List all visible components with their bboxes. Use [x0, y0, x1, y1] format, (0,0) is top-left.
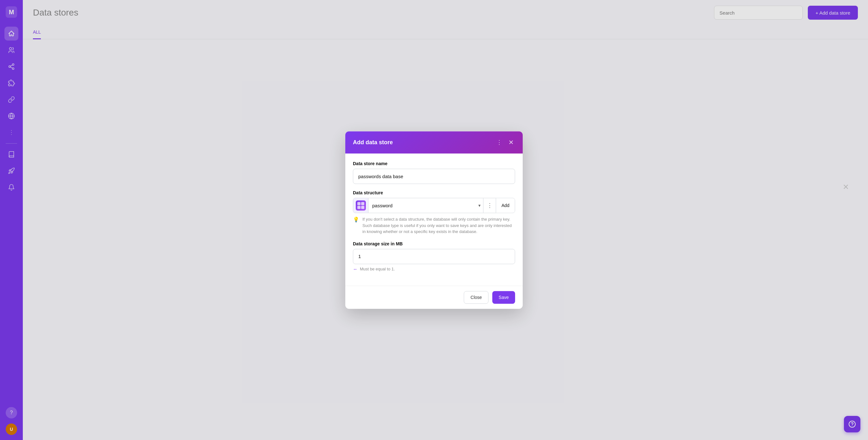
- close-button[interactable]: Close: [464, 291, 489, 304]
- modal-title: Add data store: [353, 139, 393, 146]
- modal-header-actions: ⋮ ✕: [495, 138, 515, 147]
- modal-more-icon[interactable]: ⋮: [495, 138, 503, 147]
- data-structure-row: password ▾ ⋮ Add: [353, 198, 515, 213]
- structure-icon: [353, 198, 368, 213]
- validation-text: Must be equal to 1.: [360, 267, 395, 271]
- storage-size-input[interactable]: [353, 249, 515, 264]
- modal-footer: Close Save: [345, 286, 523, 309]
- storage-size-label: Data storage size in MB: [353, 241, 515, 246]
- data-structure-label: Data structure: [353, 190, 515, 195]
- hint-text: If you don't select a data structure, th…: [363, 216, 515, 235]
- icon-cell-2: [361, 202, 364, 205]
- modal-close-icon[interactable]: ✕: [507, 138, 515, 147]
- icon-cell-4: [361, 206, 364, 209]
- store-name-input[interactable]: [353, 169, 515, 184]
- structure-add-button[interactable]: Add: [496, 198, 515, 213]
- hint-box: 💡 If you don't select a data structure, …: [353, 216, 515, 235]
- validation-arrow-icon: ↔: [353, 267, 357, 272]
- modal-header: Add data store ⋮ ✕: [345, 131, 523, 153]
- structure-icon-inner: [356, 200, 366, 210]
- structure-select[interactable]: password: [368, 198, 476, 213]
- hint-icon: 💡: [353, 216, 359, 223]
- add-data-store-modal: Add data store ⋮ ✕ Data store name Data …: [345, 131, 523, 309]
- data-structure-group: Data structure password ▾ ⋮ Add: [353, 190, 515, 235]
- modal-body: Data store name Data structure password: [345, 153, 523, 286]
- structure-more-icon[interactable]: ⋮: [483, 198, 496, 213]
- store-name-group: Data store name: [353, 161, 515, 184]
- store-name-label: Data store name: [353, 161, 515, 166]
- storage-size-group: Data storage size in MB ↔ Must be equal …: [353, 241, 515, 272]
- validation-hint: ↔ Must be equal to 1.: [353, 267, 515, 272]
- chevron-down-icon: ▾: [476, 203, 483, 208]
- icon-cell-3: [357, 206, 361, 209]
- icon-cell-1: [357, 202, 361, 205]
- save-button[interactable]: Save: [492, 291, 515, 304]
